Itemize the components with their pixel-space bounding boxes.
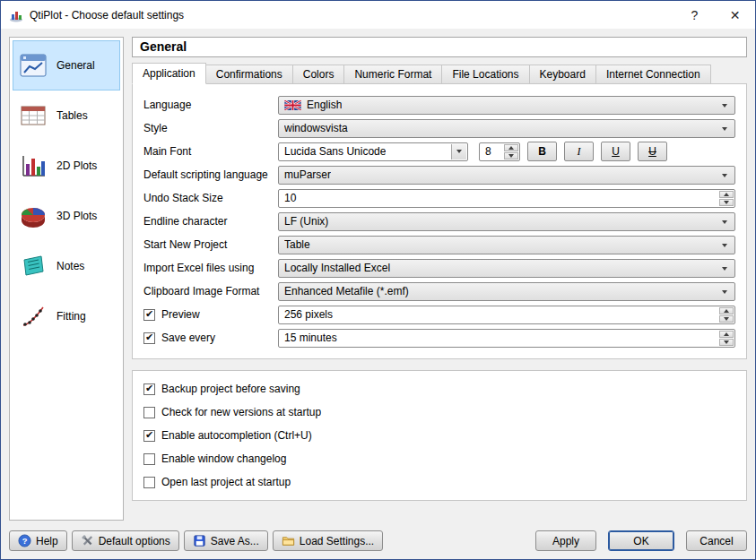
sidebar-item-3d-plots[interactable]: 3D Plots <box>13 191 120 241</box>
import-excel-select[interactable]: Locally Installed Excel <box>278 259 735 278</box>
combo-value: English <box>307 99 342 111</box>
spinner-value: 256 pixels <box>284 308 333 321</box>
chevron-down-icon <box>722 220 727 224</box>
tab-colors[interactable]: Colors <box>292 65 345 83</box>
tab-keyboard[interactable]: Keyboard <box>529 65 596 83</box>
sidebar-item-tables[interactable]: Tables <box>13 90 120 141</box>
uk-flag-icon <box>284 100 301 110</box>
save-as-button[interactable]: Save As... <box>184 530 268 551</box>
open-last-project-checkbox[interactable] <box>143 477 155 488</box>
spin-down-button[interactable] <box>504 152 518 159</box>
sidebar-item-label: General <box>56 59 95 72</box>
combo-value: Enhanced Metafile (*.emf) <box>284 285 409 297</box>
autocompletion-label[interactable]: Enable autocompletion (Ctrl+U) <box>161 429 312 442</box>
help-icon: ? <box>18 534 31 547</box>
changelog-checkbox[interactable] <box>143 453 155 465</box>
folder-icon <box>282 534 295 547</box>
titlebar: QtiPlot - Choose default settings ? ✕ <box>1 1 755 29</box>
apply-button[interactable]: Apply <box>535 530 596 551</box>
style-select[interactable]: windowsvista <box>278 119 735 138</box>
help-button[interactable]: ? Help <box>9 530 67 551</box>
chevron-down-icon[interactable] <box>451 144 466 159</box>
bold-button[interactable]: B <box>527 142 557 161</box>
main-font-label: Main Font <box>143 145 191 158</box>
ok-button[interactable]: OK <box>608 530 674 551</box>
font-size-spinner[interactable]: 8 <box>479 142 520 161</box>
dialog-body: General Tables 2D Plots 3D Plots <box>1 29 755 529</box>
chevron-down-icon <box>722 174 727 177</box>
tab-application[interactable]: Application <box>132 63 206 84</box>
preview-label[interactable]: Preview <box>161 308 200 321</box>
tools-icon <box>81 534 94 547</box>
spin-down-button[interactable] <box>719 315 734 323</box>
import-excel-row: Import Excel files using Locally Install… <box>143 256 735 280</box>
sidebar-item-2d-plots[interactable]: 2D Plots <box>13 141 120 191</box>
language-label: Language <box>143 99 191 111</box>
tab-file-locations[interactable]: File Locations <box>441 65 529 83</box>
default-options-button-label: Default options <box>99 535 170 547</box>
help-titlebar-button[interactable]: ? <box>674 1 715 29</box>
close-button[interactable]: ✕ <box>715 1 755 29</box>
underline-button[interactable]: U <box>601 142 630 161</box>
start-new-project-select[interactable]: Table <box>278 236 735 254</box>
endline-character-select[interactable]: LF (Unix) <box>278 212 735 231</box>
spin-up-button[interactable] <box>719 331 734 338</box>
general-icon <box>18 50 48 81</box>
changelog-label[interactable]: Enable window changelog <box>161 452 286 465</box>
spin-up-button[interactable] <box>719 191 734 198</box>
2d-plots-icon <box>18 151 48 181</box>
clipboard-format-select[interactable]: Enhanced Metafile (*.emf) <box>278 282 735 301</box>
language-row: Language English <box>143 93 735 116</box>
autocompletion-checkbox[interactable] <box>143 430 155 442</box>
combo-value: Lucida Sans Unicode <box>284 145 386 158</box>
chevron-down-icon <box>722 267 727 271</box>
save-every-checkbox[interactable] <box>143 332 155 344</box>
main-font-select[interactable]: Lucida Sans Unicode <box>278 142 468 161</box>
check-versions-checkbox[interactable] <box>143 407 155 418</box>
clipboard-format-label: Clipboard Image Format <box>143 285 259 297</box>
load-settings-button[interactable]: Load Settings... <box>273 530 383 551</box>
sidebar-item-notes[interactable]: Notes <box>13 241 120 291</box>
spin-down-button[interactable] <box>719 339 734 346</box>
tab-confirmations[interactable]: Confirmations <box>205 65 293 83</box>
save-interval-spinner[interactable]: 15 minutes <box>278 329 735 348</box>
spin-down-button[interactable] <box>719 199 734 206</box>
save-every-label[interactable]: Save every <box>161 332 215 344</box>
preview-checkbox[interactable] <box>143 309 155 321</box>
button-bar: ? Help Default options Save As... Load S… <box>1 529 755 559</box>
combo-value: Locally Installed Excel <box>284 262 390 274</box>
start-new-project-row: Start New Project Table <box>143 233 735 256</box>
backup-label[interactable]: Backup project before saving <box>161 383 300 395</box>
spin-up-button[interactable] <box>719 307 734 314</box>
open-last-project-label[interactable]: Open last project at startup <box>161 476 291 488</box>
scripting-language-select[interactable]: muParser <box>278 166 735 185</box>
category-sidebar: General Tables 2D Plots 3D Plots <box>9 37 124 521</box>
tab-internet-connection[interactable]: Internet Connection <box>595 65 711 83</box>
undo-label: Undo Stack Size <box>143 192 223 204</box>
options-group: Backup project before saving Check for n… <box>132 370 747 501</box>
chevron-down-icon <box>722 104 727 108</box>
sidebar-item-general[interactable]: General <box>13 40 120 90</box>
sidebar-item-label: 2D Plots <box>56 159 97 172</box>
language-select[interactable]: English <box>278 96 735 115</box>
strikethrough-button[interactable]: U <box>638 142 667 161</box>
tab-bar: Application Confirmations Colors Numeric… <box>132 62 747 83</box>
preview-row: Preview 256 pixels <box>143 303 735 326</box>
app-icon <box>9 8 23 22</box>
backup-checkbox[interactable] <box>143 383 155 395</box>
notes-icon <box>18 251 48 281</box>
italic-button[interactable]: I <box>564 142 594 161</box>
tab-numeric-format[interactable]: Numeric Format <box>343 65 442 83</box>
spinner-value: 15 minutes <box>284 332 337 344</box>
check-versions-label[interactable]: Check for new versions at startup <box>161 406 321 418</box>
sidebar-item-fitting[interactable]: Fitting <box>13 291 120 341</box>
clipboard-format-row: Clipboard Image Format Enhanced Metafile… <box>143 280 735 303</box>
undo-stack-size-spinner[interactable]: 10 <box>278 189 735 208</box>
cancel-button[interactable]: Cancel <box>686 530 747 551</box>
3d-plots-icon <box>18 201 48 231</box>
default-options-button[interactable]: Default options <box>72 530 179 551</box>
spin-up-button[interactable] <box>504 144 518 151</box>
fitting-icon <box>18 301 48 332</box>
preview-size-spinner[interactable]: 256 pixels <box>278 306 735 324</box>
endline-row: Endline character LF (Unix) <box>143 210 735 233</box>
